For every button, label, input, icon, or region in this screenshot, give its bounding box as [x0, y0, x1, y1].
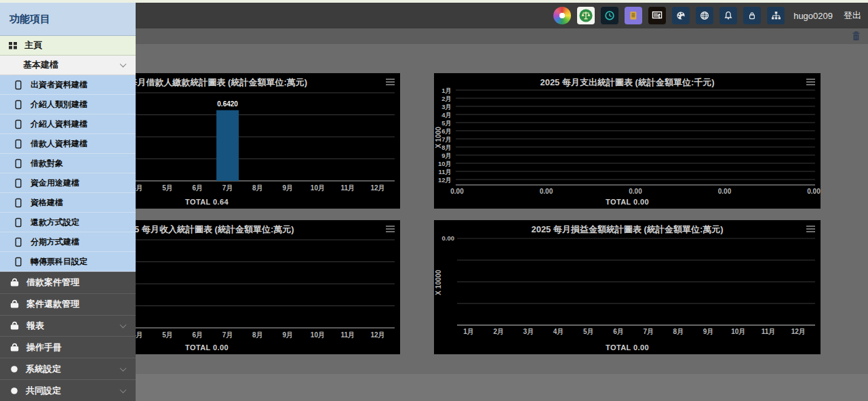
svg-text:5月: 5月 — [162, 184, 173, 192]
chevron-down-icon — [120, 322, 127, 329]
svg-text:7月: 7月 — [222, 331, 233, 339]
svg-text:0.00: 0.00 — [807, 188, 821, 195]
sidebar-subitem-9[interactable]: 轉傳票科目設定 — [0, 252, 136, 272]
chevron-down-icon — [120, 364, 127, 371]
logo-scales-icon[interactable] — [577, 7, 595, 24]
sidebar-menu: 功能項目 主頁基本建檔出資者資料建檔介紹人類別建檔介紹人資料建檔借款人資料建檔借… — [0, 3, 136, 401]
sidebar-subitem-7-label: 還款方式設定 — [31, 217, 79, 228]
svg-text:6月: 6月 — [193, 331, 203, 339]
tablet-icon — [14, 178, 22, 188]
sidebar-subitem-3-label: 借款人資料建檔 — [31, 138, 87, 150]
sidebar-item-home-label: 主頁 — [24, 39, 42, 51]
svg-text:7月: 7月 — [222, 184, 233, 192]
svg-text:4月: 4月 — [553, 328, 564, 335]
svg-text:7月: 7月 — [643, 328, 654, 335]
sidebar-subitem-6[interactable]: 資格建檔 — [0, 193, 136, 213]
logo-pinwheel-icon[interactable] — [553, 7, 571, 24]
top-edge-strip — [0, 0, 868, 3]
sidebar-subitem-1[interactable]: 介紹人類別建檔 — [0, 95, 136, 114]
svg-text:5月: 5月 — [441, 119, 452, 127]
svg-text:0.00: 0.00 — [540, 188, 553, 195]
grid-icon — [8, 41, 18, 50]
sidebar-item-dark-1[interactable]: 案件還款管理 — [0, 293, 136, 315]
sidebar-item-dark-5[interactable]: 共同設定 — [0, 379, 136, 401]
briefcase-icon — [9, 299, 20, 310]
tablet-icon — [14, 198, 22, 208]
svg-text:9月: 9月 — [282, 331, 293, 339]
sidebar-subitem-0[interactable]: 出資者資料建檔 — [0, 75, 136, 95]
tablet-icon — [14, 139, 22, 149]
chart-title: 2025 每月支出統計圖表 (統計金額單位:千元) — [434, 77, 821, 89]
tablet-icon — [14, 119, 22, 129]
svg-text:11月: 11月 — [762, 328, 776, 335]
svg-text:0.00: 0.00 — [718, 188, 732, 195]
chart-panel-1: 1月2月3月4月5月6月7月8月9月10月11月12月0.000.000.000… — [434, 73, 821, 209]
tablet-icon — [14, 237, 22, 247]
briefcase-icon — [9, 320, 20, 331]
sidebar-subitem-8[interactable]: 分期方式建檔 — [0, 232, 136, 252]
scroll-icon[interactable] — [625, 7, 642, 24]
sitemap-icon[interactable] — [767, 7, 785, 24]
chart-menu-icon[interactable] — [806, 226, 815, 234]
sidebar-subitem-2[interactable]: 介紹人資料建檔 — [0, 114, 136, 134]
svg-text:12月: 12月 — [370, 331, 384, 339]
logout-link[interactable]: 登出 — [844, 9, 861, 22]
globe-icon[interactable] — [696, 7, 713, 24]
svg-text:10月: 10月 — [311, 331, 325, 339]
svg-text:9月: 9月 — [441, 152, 452, 159]
sidebar-item-dark-3-label: 操作手冊 — [26, 341, 62, 354]
chart-menu-icon[interactable] — [386, 79, 395, 87]
tablet-icon — [14, 159, 22, 169]
sidebar-item-dark-4[interactable]: 系統設定 — [0, 358, 136, 379]
sidebar-item-home[interactable]: 主頁 — [0, 36, 136, 56]
svg-text:0.6420: 0.6420 — [217, 100, 238, 108]
svg-text:3月: 3月 — [441, 103, 452, 110]
sidebar-item-dark-2[interactable]: 報表 — [0, 315, 136, 337]
svg-text:9月: 9月 — [282, 184, 293, 192]
svg-text:7月: 7月 — [441, 135, 452, 143]
chevron-down-icon — [120, 61, 127, 68]
svg-text:10月: 10月 — [438, 160, 452, 167]
chart-total: TOTAL 0.00 — [434, 198, 821, 206]
svg-text:11月: 11月 — [340, 184, 355, 192]
tablet-icon — [14, 80, 22, 90]
lock-icon[interactable] — [743, 7, 761, 24]
svg-text:11月: 11月 — [438, 168, 452, 175]
circle-icon — [9, 364, 20, 375]
svg-text:8月: 8月 — [252, 184, 263, 192]
sidebar-subitem-5[interactable]: 資金用途建檔 — [0, 173, 136, 193]
chart-menu-icon[interactable] — [386, 226, 395, 234]
sidebar-item-dark-1-label: 案件還款管理 — [26, 298, 79, 310]
sidebar-item-dark-3[interactable]: 操作手冊 — [0, 336, 136, 358]
briefcase-icon — [9, 342, 20, 353]
svg-text:10月: 10月 — [731, 328, 745, 335]
sidebar-item-dark-2-label: 報表 — [26, 320, 44, 332]
sidebar-header: 功能項目 — [0, 3, 136, 36]
circle-icon — [9, 385, 20, 396]
sidebar-item-dark-0[interactable]: 借款案件管理 — [0, 272, 136, 293]
sidebar-subitem-3[interactable]: 借款人資料建檔 — [0, 134, 136, 154]
palette-icon[interactable] — [672, 7, 690, 24]
presentation-board-icon[interactable] — [648, 7, 666, 24]
svg-text:2月: 2月 — [493, 328, 504, 335]
sidebar-group-basic-setup-label: 基本建檔 — [23, 59, 58, 71]
sidebar-subitem-9-label: 轉傳票科目設定 — [31, 256, 87, 268]
sidebar-item-dark-5-label: 共同設定 — [26, 385, 61, 397]
chart-menu-icon[interactable] — [806, 79, 815, 87]
svg-text:2月: 2月 — [441, 95, 452, 102]
sidebar-subitem-2-label: 介紹人資料建檔 — [31, 119, 87, 130]
svg-text:4月: 4月 — [441, 111, 452, 119]
sidebar-group-basic-setup[interactable]: 基本建檔 — [0, 56, 136, 75]
clock-icon[interactable] — [601, 7, 618, 24]
bell-icon[interactable] — [719, 7, 737, 24]
svg-text:8月: 8月 — [252, 331, 263, 339]
svg-text:8月: 8月 — [441, 144, 452, 151]
sidebar-subitem-7[interactable]: 還款方式設定 — [0, 213, 136, 232]
svg-text:12月: 12月 — [370, 184, 384, 192]
chart-panel-3: 0.001月2月3月4月5月6月7月8月9月10月11月12月X 1000020… — [434, 220, 821, 354]
svg-text:12月: 12月 — [438, 176, 452, 184]
tablet-icon — [14, 217, 22, 228]
sidebar-subitem-4[interactable]: 借款對象 — [0, 154, 136, 173]
trash-icon[interactable] — [851, 30, 861, 45]
tablet-icon — [14, 100, 22, 110]
